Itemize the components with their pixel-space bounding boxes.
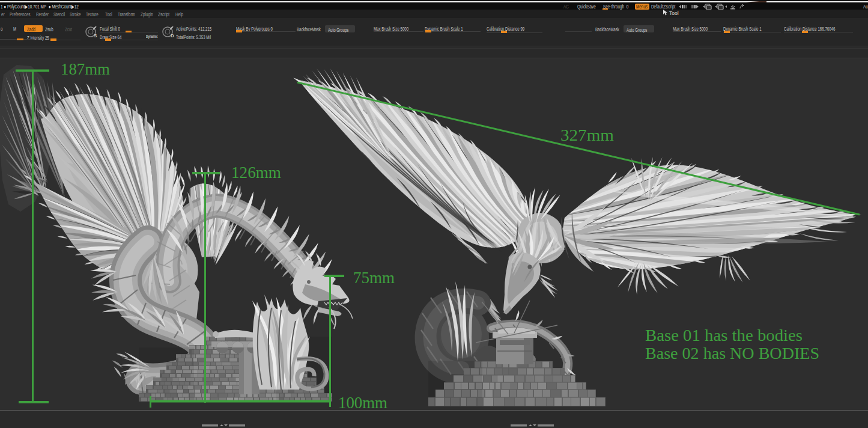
svg-text:126mm: 126mm (231, 163, 281, 182)
svg-text:Base 02 has NO BODIES: Base 02 has NO BODIES (645, 344, 819, 362)
svg-text:100mm: 100mm (338, 393, 387, 412)
svg-text:75mm: 75mm (353, 268, 395, 287)
svg-text:Tool: Tool (669, 10, 679, 16)
svg-text:327mm: 327mm (560, 126, 614, 144)
svg-text:Base 01 has the bodies: Base 01 has the bodies (645, 326, 803, 344)
svg-text:187mm: 187mm (61, 60, 110, 78)
svg-text:D: D (171, 33, 174, 38)
svg-text:S: S (94, 33, 97, 38)
